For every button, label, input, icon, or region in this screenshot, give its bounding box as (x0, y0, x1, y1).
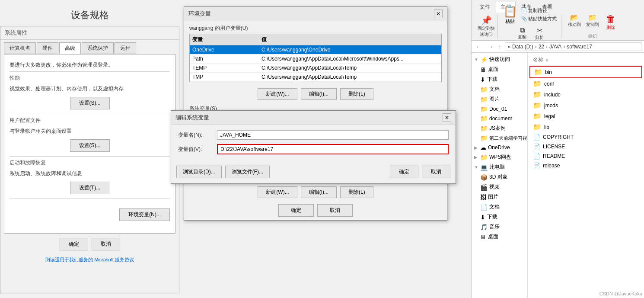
sys-prop-ok-button[interactable]: 确定 (60, 238, 88, 250)
documents-icon: 📁 (480, 86, 488, 93)
paste-shortcut-label: 粘贴快捷方式 (528, 16, 557, 22)
conf-folder-icon: 📁 (533, 80, 542, 88)
quick-access-expand-icon: ▼ (474, 57, 478, 62)
sys-prop-cancel-button[interactable]: 取消 (92, 238, 120, 250)
tab-advanced[interactable]: 高级 (59, 42, 81, 54)
3d-objects-label: 3D 对象 (489, 173, 508, 181)
up-button[interactable]: ↑ (497, 42, 503, 51)
tab-computer-name[interactable]: 计算机名 (4, 42, 36, 54)
performance-settings-button[interactable]: 设置(S)... (70, 97, 110, 109)
sidebar-videos[interactable]: 🎬 视频 (472, 182, 527, 192)
path-data-d[interactable]: « Data (D:) (508, 44, 533, 50)
user-delete-button[interactable]: 删除(L) (340, 88, 373, 100)
pin-to-quick-access-button[interactable]: 📌 固定到快速访问 (478, 15, 495, 38)
tab-remote[interactable]: 远程 (115, 42, 136, 54)
env-dialog-title: 环境变量 (188, 10, 211, 18)
file-item-bin[interactable]: 📁 bin (529, 66, 642, 78)
edit-dialog-close-button[interactable]: ✕ (443, 113, 451, 122)
release-file-icon: 📄 (533, 162, 540, 169)
env-dialog-close-button[interactable]: ✕ (434, 10, 443, 18)
sidebar-document[interactable]: 📁 document (472, 114, 527, 123)
sys-delete-button[interactable]: 删除(L) (340, 186, 373, 198)
sidebar-onedrive[interactable]: ▶ ☁ OneDrive (472, 143, 527, 152)
sys-edit-button[interactable]: 编辑(I)... (301, 186, 337, 198)
copy-button[interactable]: ⧉ 复制 (514, 26, 530, 41)
user-new-button[interactable]: 新建(W)... (258, 88, 297, 100)
user-profiles-settings-button[interactable]: 设置(S)... (70, 139, 110, 152)
startup-settings-button[interactable]: 设置(T)... (70, 182, 109, 194)
desktop2-icon: 🖥 (480, 234, 486, 240)
env-row-temp[interactable]: TEMP C:\Users\wanggang\AppData\Local\Tem… (190, 64, 441, 73)
sys-vars-buttons: 新建(W)... 编辑(I)... 删除(L) (184, 184, 447, 201)
license-file-name: LICENSE (543, 144, 639, 150)
env-vars-button[interactable]: 环境变量(N)... (119, 208, 170, 221)
sidebar-this-pc[interactable]: ▼ 💻 此电脑 (472, 162, 527, 172)
warning-text: 要进行大多数更改，你必须作为管理员登录。 (10, 61, 170, 69)
legal-folder-icon: 📁 (533, 112, 542, 120)
file-item-readme[interactable]: 📄 README (529, 151, 642, 161)
edit-cancel-button[interactable]: 取消 (422, 166, 450, 178)
var-name-input[interactable] (217, 130, 449, 140)
sidebar-images[interactable]: 🖼 图片 (472, 192, 527, 202)
copy-path-button[interactable]: 📄 复制路径 (520, 7, 558, 14)
readme-file-name: README (543, 153, 639, 159)
csdn-watermark: CSDN @JavacKaka (599, 291, 642, 296)
sidebar-music[interactable]: 🎵 音乐 (472, 222, 527, 232)
ribbon-tab-file[interactable]: 文件 (475, 2, 495, 13)
file-item-copyright[interactable]: 📄 COPYRIGHT (529, 132, 642, 142)
sidebar-desktop2[interactable]: 🖥 桌面 (472, 232, 527, 242)
sys-new-button[interactable]: 新建(W)... (258, 186, 297, 198)
env-row-onedrive[interactable]: OneDrive C:\Users\wanggang\OneDrive (190, 45, 441, 54)
back-button[interactable]: ← (474, 42, 484, 51)
paste-button[interactable]: 📋 粘贴 (503, 5, 517, 25)
file-item-lib[interactable]: 📁 lib (529, 122, 642, 132)
music-label: 音乐 (489, 223, 500, 231)
sidebar-desktop[interactable]: 🖥 桌面 (472, 64, 527, 74)
browse-dir-button[interactable]: 浏览目录(D)... (176, 166, 222, 178)
file-item-legal[interactable]: 📁 legal (529, 111, 642, 122)
env-cancel-button[interactable]: 取消 (317, 204, 353, 217)
delete-button[interactable]: 🗑 删除 (603, 13, 618, 31)
tab-hardware[interactable]: 硬件 (37, 42, 58, 54)
move-to-button[interactable]: 📂 移动到 (567, 13, 582, 31)
ms-link[interactable]: 阅读适用于我们服务的 Microsoft 服务协议 (0, 255, 179, 265)
file-item-conf[interactable]: 📁 conf (529, 78, 642, 89)
copy-to-button[interactable]: 📁 复制到 (585, 13, 600, 31)
js-cases-label: JS案例 (489, 125, 506, 132)
paste-shortcut-button[interactable]: 📎 粘贴快捷方式 (520, 15, 558, 22)
file-item-release[interactable]: 📄 release (529, 161, 642, 170)
file-item-jmods[interactable]: 📁 jmods (529, 100, 642, 111)
sys-prop-window: 系统属性 计算机名 硬件 高级 系统保护 远程 要进行大多数更改，你必须作为管理… (0, 26, 179, 294)
sidebar-wps[interactable]: ▶ 📁 WPS网盘 (472, 152, 527, 162)
frontend-video-icon: 📁 (480, 135, 488, 141)
edit-ok-button[interactable]: 确定 (390, 166, 418, 178)
sidebar-pictures[interactable]: 📁 图片 (472, 94, 527, 104)
sidebar-dl[interactable]: ⬇ 下载 (472, 212, 527, 222)
copy-to-label: 复制到 (586, 22, 599, 28)
env-ok-button[interactable]: 确定 (278, 204, 314, 217)
env-row-path[interactable]: Path C:\Users\wanggang\AppData\Local\Mic… (190, 54, 441, 64)
this-pc-label: 此电脑 (489, 163, 505, 171)
js-cases-icon: 📁 (480, 125, 488, 132)
sidebar-js-cases[interactable]: 📁 JS案例 (472, 123, 527, 133)
path-software17[interactable]: software17 (567, 44, 592, 50)
sidebar-3d-objects[interactable]: 📦 3D 对象 (472, 172, 527, 182)
sidebar-frontend-video[interactable]: 📁 第二天前端学习视频 (472, 133, 527, 143)
path-22[interactable]: 22 (539, 44, 544, 50)
sidebar-quick-access[interactable]: ▼ ⚡ 快速访问 (472, 54, 527, 64)
var-value-input[interactable] (217, 144, 449, 154)
file-item-include[interactable]: 📁 include (529, 89, 642, 100)
cut-button[interactable]: ✂ 剪切 (532, 26, 547, 41)
sidebar-docs2[interactable]: 📄 文档 (472, 202, 527, 212)
file-item-license[interactable]: 📄 LICENSE (529, 142, 642, 151)
explorer-body: ▼ ⚡ 快速访问 🖥 桌面 ⬇ 下载 📁 文档 📁 图片 📁 (472, 53, 644, 298)
tab-system-protection[interactable]: 系统保护 (82, 42, 114, 54)
sidebar-doc01[interactable]: 📁 Doc_01 (472, 104, 527, 114)
forward-button[interactable]: → (485, 42, 495, 51)
sidebar-documents[interactable]: 📁 文档 (472, 84, 527, 94)
user-edit-button[interactable]: 编辑(I)... (301, 88, 337, 100)
sidebar-downloads[interactable]: ⬇ 下载 (472, 74, 527, 84)
browse-file-button[interactable]: 浏览文件(F)... (225, 166, 270, 178)
path-java[interactable]: JAVA (549, 44, 561, 50)
env-row-tmp[interactable]: TMP C:\Users\wanggang\AppData\Local\Temp (190, 73, 441, 82)
